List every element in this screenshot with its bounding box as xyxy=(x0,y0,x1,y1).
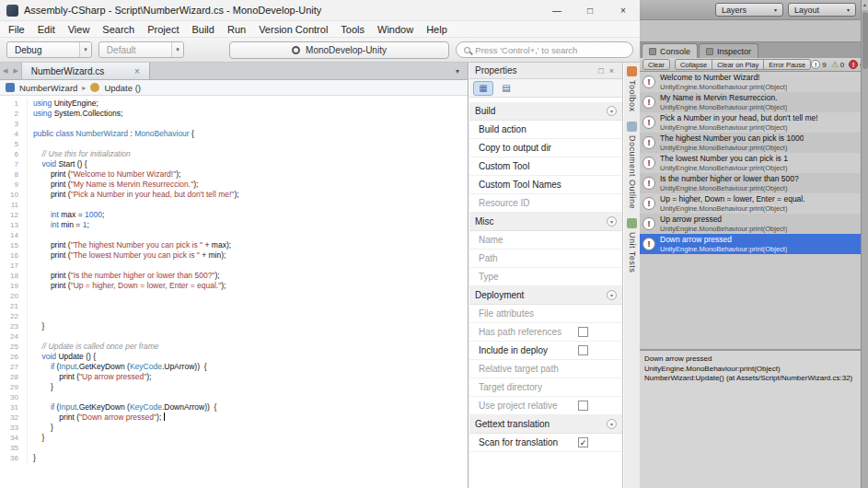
menu-help[interactable]: Help xyxy=(420,21,454,37)
close-button[interactable]: × xyxy=(607,0,640,21)
line-number[interactable]: 3 xyxy=(0,119,28,129)
code-line-17[interactable]: 17 xyxy=(0,261,468,271)
line-number[interactable]: 15 xyxy=(0,240,28,250)
line-number[interactable]: 35 xyxy=(0,443,28,453)
code-line-18[interactable]: 18 print ("Is the number higher or lower… xyxy=(0,271,468,281)
line-number[interactable]: 16 xyxy=(0,250,28,261)
property-row-use-project-relative[interactable]: Use project relative xyxy=(469,397,622,415)
line-number[interactable]: 20 xyxy=(0,291,28,301)
tab-list-dropdown-icon[interactable]: ▾ xyxy=(447,63,468,79)
menu-edit[interactable]: Edit xyxy=(31,21,62,37)
code-line-6[interactable]: 6 // Use this for initialization xyxy=(0,149,468,159)
menu-run[interactable]: Run xyxy=(221,21,252,37)
code-line-9[interactable]: 9 print ("My Name is Mervin Resurreccion… xyxy=(0,180,468,190)
clear-on-play-button[interactable]: Clear on Play xyxy=(712,59,764,70)
search-input[interactable] xyxy=(475,45,625,55)
console-log-entry[interactable]: !The lowest Number you can pick is 1Unit… xyxy=(640,153,861,173)
line-number[interactable]: 14 xyxy=(0,230,28,240)
code-line-27[interactable]: 27 if (Input.GetKeyDown (KeyCode.UpArrow… xyxy=(0,362,468,372)
property-row-file-attributes[interactable]: File attributes xyxy=(469,305,622,323)
code-line-26[interactable]: 26 void Update () { xyxy=(0,352,468,362)
line-number[interactable]: 10 xyxy=(0,190,28,200)
property-row-type[interactable]: Type xyxy=(469,268,622,286)
menu-window[interactable]: Window xyxy=(371,21,420,37)
code-line-22[interactable]: 22 xyxy=(0,311,468,321)
line-number[interactable]: 13 xyxy=(0,220,28,230)
tab-numberwizard[interactable]: NumberWizard.cs × xyxy=(21,63,150,79)
breadcrumb-class[interactable]: NumberWizard xyxy=(19,83,77,93)
menu-search[interactable]: Search xyxy=(96,21,141,37)
property-row-has-path-references[interactable]: Has path references xyxy=(469,323,622,342)
menu-project[interactable]: Project xyxy=(141,21,185,37)
console-log-entry[interactable]: !My Name is Mervin Resurreccion.UnityEng… xyxy=(640,92,861,112)
minimize-button[interactable]: — xyxy=(540,0,573,21)
code-line-15[interactable]: 15 print ("The highest Number you can pi… xyxy=(0,240,468,250)
run-target-button[interactable]: MonoDevelop-Unity xyxy=(229,41,450,59)
code-line-34[interactable]: 34 } xyxy=(0,433,468,443)
layers-dropdown[interactable]: Layers ▾ xyxy=(715,3,783,17)
tab-console[interactable]: Console xyxy=(642,43,698,58)
code-line-10[interactable]: 10 print ("Pick a Number in your head, b… xyxy=(0,190,468,200)
code-line-13[interactable]: 13 int min = 1; xyxy=(0,220,468,230)
menu-version-control[interactable]: Version Control xyxy=(252,21,334,37)
property-row-target-directory[interactable]: Target directory xyxy=(469,378,622,397)
property-row-build-action[interactable]: Build action xyxy=(469,121,622,139)
scrollbar[interactable]: ▲ xyxy=(861,0,868,488)
code-line-11[interactable]: 11 xyxy=(0,200,468,210)
line-number[interactable]: 2 xyxy=(0,109,28,119)
panel-close-icon[interactable]: × xyxy=(607,66,617,76)
code-line-23[interactable]: 23 } xyxy=(0,321,468,331)
collapse-chevron-icon[interactable]: ▾ xyxy=(607,106,617,116)
side-tab-document-outline[interactable]: Document Outline xyxy=(627,122,637,209)
maximize-button[interactable]: □ xyxy=(573,0,607,21)
code-line-7[interactable]: 7 void Start () { xyxy=(0,159,468,169)
property-section-misc[interactable]: Misc▾ xyxy=(469,213,622,231)
code-lines[interactable]: 1using UnityEngine;2using System.Collect… xyxy=(0,96,468,488)
menu-file[interactable]: File xyxy=(2,21,31,37)
property-row-name[interactable]: Name xyxy=(469,231,622,250)
line-number[interactable]: 11 xyxy=(0,200,28,210)
clear-button[interactable]: Clear xyxy=(642,59,670,70)
error-count-icon[interactable]: ! xyxy=(849,60,858,69)
code-line-4[interactable]: 4public class NumberWizard : MonoBehavio… xyxy=(0,129,468,139)
scrollbar-thumb[interactable] xyxy=(862,12,868,69)
code-line-25[interactable]: 25 // Update is called once per frame xyxy=(0,342,468,352)
menu-build[interactable]: Build xyxy=(185,21,220,37)
layout-dropdown[interactable]: Layout ▾ xyxy=(788,3,856,17)
line-number[interactable]: 29 xyxy=(0,382,28,392)
line-number[interactable]: 30 xyxy=(0,392,28,402)
side-tab-unit-tests[interactable]: Unit Tests xyxy=(627,218,637,273)
alphabetical-view-button[interactable]: ▤ xyxy=(496,81,516,96)
line-number[interactable]: 4 xyxy=(0,129,28,139)
error-pause-button[interactable]: Error Pause xyxy=(763,59,811,70)
categorized-view-button[interactable]: ▦ xyxy=(473,81,493,96)
line-number[interactable]: 19 xyxy=(0,281,28,291)
breadcrumb-member[interactable]: Update () xyxy=(104,83,141,93)
line-number[interactable]: 21 xyxy=(0,301,28,311)
collapse-chevron-icon[interactable]: ▾ xyxy=(607,216,617,227)
code-line-36[interactable]: 36} xyxy=(0,453,468,463)
code-line-8[interactable]: 8 print ("Welcome to Number Wizard!"); xyxy=(0,169,468,180)
line-number[interactable]: 12 xyxy=(0,210,28,220)
code-line-24[interactable]: 24 xyxy=(0,331,468,342)
info-count-icon[interactable]: ! xyxy=(811,60,820,69)
code-line-1[interactable]: 1using UnityEngine; xyxy=(0,99,468,109)
code-line-35[interactable]: 35 xyxy=(0,443,468,453)
menu-view[interactable]: View xyxy=(62,21,97,37)
property-section-gettext-translation[interactable]: Gettext translation▾ xyxy=(469,415,622,434)
tab-close-icon[interactable]: × xyxy=(134,66,140,76)
platform-dropdown[interactable]: Default ▾ xyxy=(98,41,184,58)
property-section-deployment[interactable]: Deployment▾ xyxy=(469,286,622,305)
collapse-button[interactable]: Collapse xyxy=(675,59,712,70)
code-line-16[interactable]: 16 print ("The lowest Number you can pic… xyxy=(0,250,468,261)
line-number[interactable]: 8 xyxy=(0,169,28,180)
line-number[interactable]: 18 xyxy=(0,271,28,281)
line-number[interactable]: 5 xyxy=(0,139,28,149)
console-log-entry[interactable]: !The highest Number you can pick is 1000… xyxy=(640,133,861,153)
line-number[interactable]: 25 xyxy=(0,342,28,352)
line-number[interactable]: 7 xyxy=(0,159,28,169)
line-number[interactable]: 22 xyxy=(0,311,28,321)
scroll-up-icon[interactable]: ▲ xyxy=(862,0,868,10)
property-row-resource-id[interactable]: Resource ID xyxy=(469,194,622,213)
code-line-21[interactable]: 21 xyxy=(0,301,468,311)
